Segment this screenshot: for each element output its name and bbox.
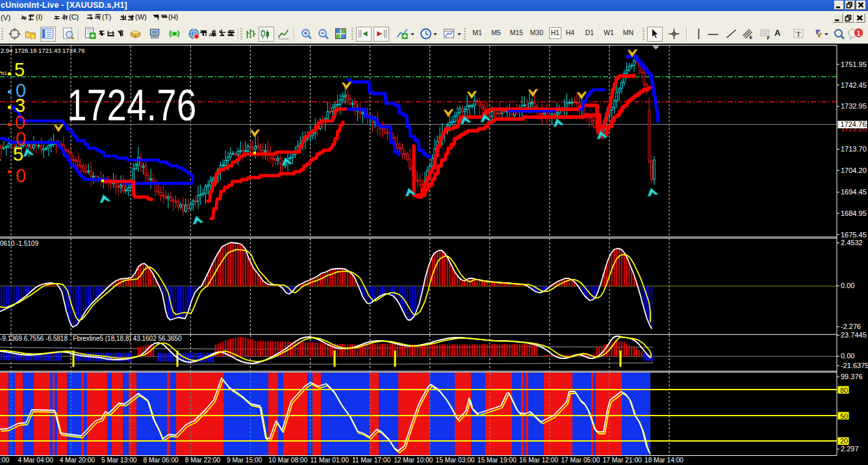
- svg-text:10 Mar 08:00: 10 Mar 08:00: [268, 457, 307, 464]
- svg-text::00: :00: [0, 457, 10, 464]
- svg-text:15 Mar 03:00: 15 Mar 03:00: [436, 457, 475, 464]
- svg-text:0.00: 0.00: [841, 352, 854, 360]
- svg-text:9 Mar 15:00: 9 Mar 15:00: [227, 457, 262, 464]
- svg-text:4 Mar 20:00: 4 Mar 20:00: [60, 457, 96, 464]
- svg-text:2.297: 2.297: [841, 445, 859, 453]
- svg-text:1: 1: [0, 144, 1, 165]
- svg-text:8 Mar 06:00: 8 Mar 06:00: [143, 457, 179, 464]
- svg-text:5: 5: [13, 144, 23, 165]
- svg-text:2.4532: 2.4532: [841, 239, 863, 246]
- svg-text:1751.95: 1751.95: [841, 60, 867, 68]
- svg-text:50: 50: [840, 412, 848, 420]
- svg-text:12 Mar 10:00: 12 Mar 10:00: [394, 457, 433, 464]
- svg-text:0: 0: [16, 165, 26, 186]
- svg-text:0.00: 0.00: [841, 282, 854, 289]
- svg-text:17 Mar 21:00: 17 Mar 21:00: [603, 457, 642, 464]
- svg-text:18 Mar 14:00: 18 Mar 14:00: [645, 457, 683, 464]
- svg-text:1742.45: 1742.45: [841, 81, 867, 89]
- svg-text:99.376: 99.376: [841, 373, 863, 380]
- svg-text:1713.70: 1713.70: [841, 145, 867, 153]
- svg-text:1684.95: 1684.95: [841, 209, 867, 217]
- svg-text:17 Mar 05:00: 17 Mar 05:00: [561, 457, 600, 464]
- svg-text:11 Mar 01:00: 11 Mar 01:00: [311, 457, 350, 464]
- svg-text:E: E: [750, 35, 753, 40]
- svg-text:1724.76: 1724.76: [841, 120, 867, 128]
- svg-text:15 Mar 19:00: 15 Mar 19:00: [478, 457, 517, 464]
- svg-text:16 Mar 12:00: 16 Mar 12:00: [519, 457, 558, 464]
- svg-text:1: 1: [857, 30, 861, 37]
- svg-text:-9.1369 6.7556 -6.5818 Fbrex: -9.1369 6.7556 -6.5818 Fbrexline5 (18,18…: [0, 335, 182, 342]
- svg-text:-2.276: -2.276: [841, 323, 861, 330]
- svg-text:1694.45: 1694.45: [841, 188, 867, 196]
- svg-text:20: 20: [840, 437, 848, 445]
- svg-text:4: 4: [0, 59, 1, 80]
- svg-text:5: 5: [14, 59, 25, 80]
- svg-text:8 Mar 22:00: 8 Mar 22:00: [185, 457, 221, 464]
- svg-text:b1: b1: [1, 70, 7, 76]
- svg-text:4 Mar 04:00: 4 Mar 04:00: [18, 457, 54, 464]
- svg-text:1724.76: 1724.76: [67, 80, 196, 129]
- svg-text:1732.95: 1732.95: [841, 102, 867, 110]
- svg-text:11 Mar 17:00: 11 Mar 17:00: [352, 457, 391, 464]
- svg-text:0610 -1.5109: 0610 -1.5109: [0, 240, 38, 247]
- svg-text:23.7445: 23.7445: [841, 331, 867, 339]
- svg-text:T: T: [797, 30, 801, 38]
- svg-text:5 Mar 13:00: 5 Mar 13:00: [101, 457, 137, 464]
- svg-text:1704.20: 1704.20: [841, 166, 867, 174]
- svg-text:F: F: [767, 36, 771, 40]
- svg-text:-21.6375: -21.6375: [841, 362, 868, 369]
- svg-text:1675.45: 1675.45: [841, 231, 867, 239]
- svg-text:2.94 1726.19 1721.43 1724.76: 2.94 1726.19 1721.43 1724.76: [1, 47, 84, 54]
- svg-text:80: 80: [840, 386, 848, 394]
